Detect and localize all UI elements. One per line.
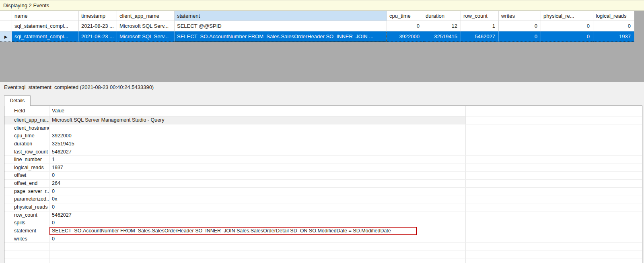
events-grid: nametimestampclient_app_namestatementcpu… [0,11,634,42]
cell-row_count[interactable]: 5462027 [461,31,499,42]
field-name: offset_end [4,180,49,187]
cell-client_app_name[interactable]: Microsoft SQL Serv... [117,21,175,31]
event-detail-title: Event:sql_statement_completed (2021-08-2… [4,84,154,90]
current-row-arrow-icon: ▶ [4,35,8,39]
details-row[interactable]: spills0 [4,219,642,227]
details-row[interactable]: physical_reads0 [4,203,642,211]
details-row[interactable]: client_app_na...Microsoft SQL Server Man… [4,116,642,124]
cell-statement[interactable]: SELECT @@SPID [175,21,387,31]
details-row[interactable]: logical_reads1937 [4,164,642,172]
column-header-duration[interactable]: duration [423,11,461,21]
field-name: line_number [4,156,49,164]
field-name: offset [4,172,49,179]
cell-writes[interactable]: 0 [499,21,541,31]
column-header-writes[interactable]: writes [499,11,541,21]
details-empty-row [4,243,642,251]
cell-physical_reads[interactable]: 0 [541,21,593,31]
field-name: client_hostname [4,124,49,132]
details-empty-row [4,251,642,259]
field-value: 5462027 [49,148,466,156]
cell-timestamp[interactable]: 2021-08-23 ... [79,31,117,42]
cell-name[interactable]: sql_statement_compl... [12,21,79,31]
column-header-name[interactable]: name [12,11,79,21]
cell-row_count[interactable]: 1 [461,21,499,31]
cell-cpu_time[interactable]: 3922000 [387,31,423,42]
cell-statement[interactable]: SELECT SO.AccountNumber FROM Sales.Sales… [175,31,387,42]
details-row[interactable]: writes0 [4,235,642,243]
field-value: 32519415 [49,140,466,148]
grid-header-row: nametimestampclient_app_namestatementcpu… [0,11,634,21]
field-name: row_count [4,211,49,219]
details-row[interactable]: page_server_r...0 [4,188,642,196]
cell-timestamp[interactable]: 2021-08-23 ... [79,21,117,31]
cell-name[interactable]: sql_statement_compl... [12,31,79,42]
field-value: SELECT SO.AccountNumber FROM Sales.Sales… [49,227,466,235]
details-empty-row [4,259,642,263]
field-name: spills [4,219,49,227]
column-header-logical_reads[interactable]: logical_reads [593,11,634,21]
details-header-row: Field Value [4,106,642,116]
field-value: 0 [49,172,466,179]
details-row[interactable]: offset_end264 [4,180,642,188]
details-row[interactable]: row_count5462027 [4,211,642,220]
field-name: client_app_na... [4,116,49,124]
details-panel: Field Value client_app_na...Microsoft SQ… [4,106,642,263]
cell-writes[interactable]: 0 [499,31,541,42]
details-row[interactable]: line_number1 [4,156,642,164]
row-selector[interactable]: ▶ [0,31,12,42]
field-name: writes [4,235,49,243]
field-value: 0x [49,195,466,203]
details-body: client_app_na...Microsoft SQL Server Man… [4,116,642,263]
field-value: 0 [49,203,466,211]
details-row[interactable]: duration32519415 [4,140,642,148]
field-value: 0 [49,235,466,243]
column-header-cpu_time[interactable]: cpu_time [387,11,423,21]
field-name [4,259,49,263]
cell-physical_reads[interactable]: 0 [541,31,593,42]
details-row[interactable]: statementSELECT SO.AccountNumber FROM Sa… [4,227,642,235]
field-value: 3922000 [49,132,466,140]
cell-client_app_name[interactable]: Microsoft SQL Serv... [117,31,175,42]
field-value [49,259,466,263]
events-count-bar: Displaying 2 Events [0,0,644,11]
field-name: cpu_time [4,132,49,140]
details-row[interactable]: offset0 [4,172,642,180]
event-row[interactable]: sql_statement_compl...2021-08-23 ...Micr… [0,21,634,31]
details-row[interactable]: parameterized...0x [4,195,642,203]
grid-body: sql_statement_compl...2021-08-23 ...Micr… [0,21,634,42]
field-name [4,251,49,259]
details-row[interactable]: client_hostname [4,124,642,133]
cell-cpu_time[interactable]: 0 [387,21,423,31]
details-row[interactable]: cpu_time3922000 [4,132,642,140]
column-header-client_app_name[interactable]: client_app_name [117,11,175,21]
field-value: 0 [49,188,466,195]
cell-duration[interactable]: 12 [423,21,461,31]
field-name: physical_reads [4,203,49,211]
cell-logical_reads[interactable]: 1937 [593,31,634,42]
field-value: 1 [49,156,466,164]
field-value [49,251,466,259]
column-header-physical_reads[interactable]: physical_re... [541,11,593,21]
event-row[interactable]: ▶sql_statement_compl...2021-08-23 ...Mic… [0,31,634,42]
column-header-statement[interactable]: statement [175,11,387,21]
grid-header-selector-cell [0,11,12,21]
column-header-row_count[interactable]: row_count [461,11,499,21]
value-column-header[interactable]: Value [49,106,466,116]
tab-details[interactable]: Details [4,95,31,106]
field-value [49,243,466,251]
field-column-header[interactable]: Field [4,106,49,116]
field-value: 264 [49,180,466,187]
field-name: statement [4,227,49,235]
cell-duration[interactable]: 32519415 [423,31,461,42]
field-value: Microsoft SQL Server Management Studio -… [49,116,466,124]
column-header-timestamp[interactable]: timestamp [79,11,117,21]
field-name: last_row_count [4,148,49,156]
field-name: parameterized... [4,195,49,203]
field-value: 0 [49,219,466,227]
details-row[interactable]: last_row_count5462027 [4,148,642,156]
field-value: 1937 [49,164,466,172]
field-value: 5462027 [49,211,466,219]
cell-logical_reads[interactable]: 0 [593,21,634,31]
field-value [49,124,466,132]
row-selector[interactable] [0,21,12,31]
